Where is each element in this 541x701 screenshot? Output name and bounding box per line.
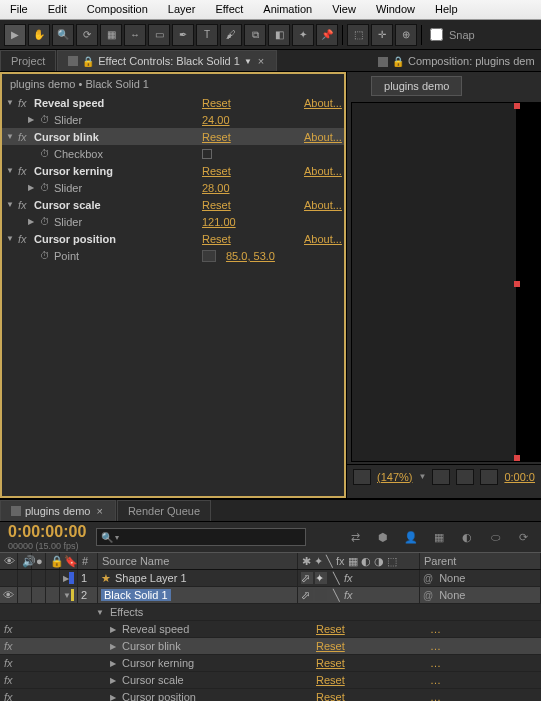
timeline-effect-row[interactable]: fx ▶ Cursor position Reset …	[0, 689, 541, 701]
effect-name[interactable]: Cursor position	[34, 233, 116, 245]
expand-arrow-icon[interactable]: ▶	[110, 659, 116, 668]
fx-badge-icon[interactable]: fx	[18, 131, 34, 143]
mask-icon[interactable]	[456, 469, 474, 485]
reset-link[interactable]: Reset	[316, 691, 345, 701]
expand-arrow-icon[interactable]: ▶	[110, 625, 116, 634]
expand-arrow-icon[interactable]: ▶	[110, 676, 116, 685]
lock-column-icon[interactable]: 🔒	[46, 553, 60, 569]
timeline-effect-row[interactable]: fx ▶ Cursor scale Reset …	[0, 672, 541, 689]
camera-tool[interactable]: ▦	[100, 24, 122, 46]
motion-blur-icon[interactable]: ◐	[457, 528, 477, 546]
comp-flowchart-icon[interactable]: ⇄	[345, 528, 365, 546]
snap-checkbox[interactable]	[430, 28, 443, 41]
guides-icon[interactable]	[480, 469, 498, 485]
fx-switch[interactable]: fx	[344, 589, 353, 601]
options-icon[interactable]: …	[430, 623, 441, 635]
comp-subtab[interactable]: plugins demo	[371, 76, 462, 96]
stopwatch-icon[interactable]: ⏱	[40, 148, 50, 159]
property-value[interactable]: 85.0, 53.0	[226, 250, 275, 262]
close-icon[interactable]: ×	[94, 505, 104, 517]
tab-project[interactable]: Project	[0, 50, 56, 71]
reset-link[interactable]: Reset	[202, 131, 231, 143]
parent-dropdown[interactable]: None	[439, 589, 465, 601]
current-time[interactable]: 0:00:0	[504, 471, 535, 483]
stopwatch-icon[interactable]: ⏱	[40, 114, 50, 125]
local-axis-tool[interactable]: ⬚	[347, 24, 369, 46]
collapse-arrow-icon[interactable]: ▼	[6, 98, 18, 107]
collapse-arrow-icon[interactable]: ▼	[6, 132, 18, 141]
expand-arrow-icon[interactable]: ▶	[28, 217, 40, 226]
current-timecode[interactable]: 0:00:00:00	[8, 523, 86, 541]
collapse-switch[interactable]	[315, 589, 327, 601]
collapse-arrow-icon[interactable]: ▼	[6, 200, 18, 209]
hand-tool[interactable]: ✋	[28, 24, 50, 46]
fx-badge-icon[interactable]: fx	[4, 691, 13, 701]
bbox-handle-icon[interactable]	[514, 103, 520, 109]
bbox-handle-icon[interactable]	[514, 455, 520, 461]
menu-effect[interactable]: Effect	[205, 0, 253, 19]
effect-name[interactable]: Reveal speed	[34, 97, 104, 109]
pickwhip-icon[interactable]: @	[423, 573, 433, 584]
pen-tool[interactable]: ✒	[172, 24, 194, 46]
effect-name[interactable]: Cursor scale	[34, 199, 101, 211]
view-axis-tool[interactable]: ⊕	[395, 24, 417, 46]
fx-badge-icon[interactable]: fx	[4, 640, 13, 652]
eraser-tool[interactable]: ◧	[268, 24, 290, 46]
fx-badge-icon[interactable]: fx	[18, 199, 34, 211]
reset-link[interactable]: Reset	[316, 640, 345, 652]
reset-link[interactable]: Reset	[316, 657, 345, 669]
selection-tool[interactable]: ▶	[4, 24, 26, 46]
draft3d-icon[interactable]: ⬢	[373, 528, 393, 546]
composition-viewer[interactable]	[351, 102, 541, 462]
reset-link[interactable]: Reset	[202, 165, 231, 177]
layer-name[interactable]: Shape Layer 1	[115, 572, 187, 584]
fx-badge-icon[interactable]: fx	[4, 623, 13, 635]
menu-edit[interactable]: Edit	[38, 0, 77, 19]
collapse-arrow-icon[interactable]: ▼	[6, 166, 18, 175]
reset-link[interactable]: Reset	[316, 674, 345, 686]
stopwatch-icon[interactable]: ⏱	[40, 250, 50, 261]
effect-name[interactable]: Cursor kerning	[34, 165, 113, 177]
dropdown-icon[interactable]: ▾	[115, 533, 119, 542]
property-value[interactable]: 121.00	[202, 216, 236, 228]
menu-composition[interactable]: Composition	[77, 0, 158, 19]
menu-file[interactable]: File	[0, 0, 38, 19]
label-color[interactable]	[71, 589, 74, 601]
collapse-switch[interactable]: ✦	[315, 572, 327, 584]
eye-column-icon[interactable]: 👁	[0, 553, 18, 569]
resolution-icon[interactable]	[432, 469, 450, 485]
parent-dropdown[interactable]: None	[439, 572, 465, 584]
zoom-level[interactable]: (147%)	[377, 471, 412, 483]
menu-help[interactable]: Help	[425, 0, 468, 19]
dropdown-icon[interactable]: ▼	[244, 57, 252, 66]
timeline-effect-row[interactable]: fx ▶ Reveal speed Reset …	[0, 621, 541, 638]
checkbox-input[interactable]	[202, 149, 212, 159]
puppet-tool[interactable]: 📌	[316, 24, 338, 46]
grid-icon[interactable]	[353, 469, 371, 485]
layer-name[interactable]: Black Solid 1	[101, 589, 171, 601]
timeline-effect-row[interactable]: fx ▶ Cursor kerning Reset …	[0, 655, 541, 672]
options-icon[interactable]: …	[430, 691, 441, 701]
fx-badge-icon[interactable]: fx	[18, 233, 34, 245]
about-link[interactable]: About...	[304, 97, 342, 109]
fx-badge-icon[interactable]: fx	[4, 657, 13, 669]
fx-badge-icon[interactable]: fx	[4, 674, 13, 686]
fx-badge-icon[interactable]: fx	[18, 97, 34, 109]
reset-link[interactable]: Reset	[202, 97, 231, 109]
stopwatch-icon[interactable]: ⏱	[40, 216, 50, 227]
options-icon[interactable]: …	[430, 640, 441, 652]
reset-link[interactable]: Reset	[202, 199, 231, 211]
shape-tool[interactable]: ▭	[148, 24, 170, 46]
label-column-icon[interactable]: 🔖	[60, 553, 78, 569]
menu-layer[interactable]: Layer	[158, 0, 206, 19]
effect-name[interactable]: Cursor blink	[34, 131, 99, 143]
timeline-effect-row[interactable]: fx ▶ Cursor blink Reset …	[0, 638, 541, 655]
about-link[interactable]: About...	[304, 165, 342, 177]
dropdown-icon[interactable]: ▼	[418, 472, 426, 481]
menu-animation[interactable]: Animation	[253, 0, 322, 19]
options-icon[interactable]: …	[430, 674, 441, 686]
text-tool[interactable]: T	[196, 24, 218, 46]
about-link[interactable]: About...	[304, 233, 342, 245]
collapse-arrow-icon[interactable]: ▼	[6, 234, 18, 243]
menu-view[interactable]: View	[322, 0, 366, 19]
